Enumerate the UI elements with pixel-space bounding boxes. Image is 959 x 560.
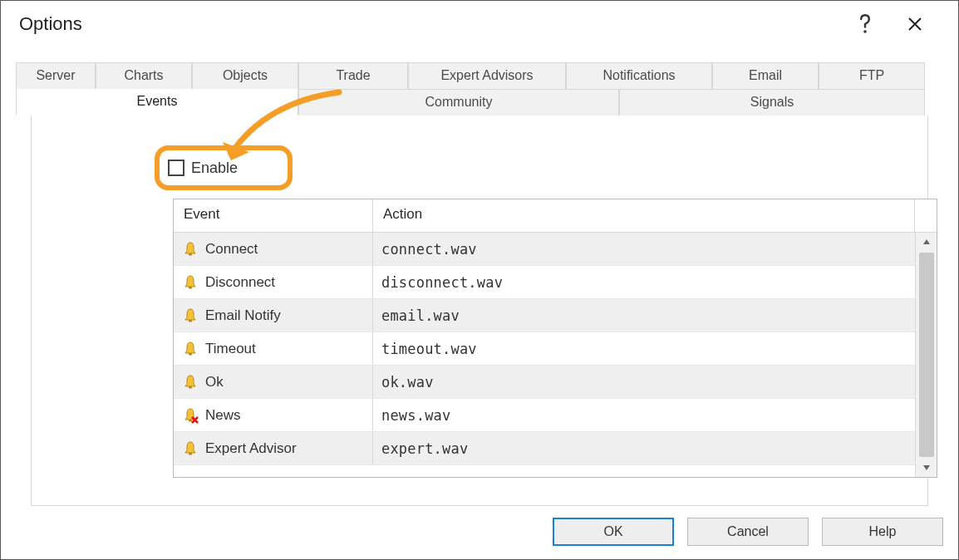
events-panel: Enable Event Action Connect <box>31 115 928 506</box>
bell-icon <box>182 307 199 324</box>
event-label: Disconnect <box>205 274 275 291</box>
svg-rect-1 <box>189 253 192 256</box>
svg-rect-3 <box>189 320 192 322</box>
bell-icon <box>182 241 199 258</box>
svg-rect-6 <box>189 420 192 422</box>
tab-signals[interactable]: Signals <box>619 89 925 115</box>
svg-point-0 <box>863 30 867 33</box>
event-label: Email Notify <box>205 307 281 324</box>
tabs-row-1: Server Charts Objects Trade Expert Advis… <box>16 62 943 89</box>
event-label: Timeout <box>205 341 256 357</box>
table-scrollbar[interactable] <box>915 233 937 477</box>
tab-ftp[interactable]: FTP <box>819 62 925 89</box>
table-row[interactable]: Ok ok.wav <box>174 366 937 399</box>
svg-rect-5 <box>189 386 192 389</box>
table-row[interactable]: Connect connect.wav <box>174 233 937 266</box>
tab-notifications[interactable]: Notifications <box>566 62 712 89</box>
help-button[interactable]: Help <box>822 518 943 546</box>
cell-event: Disconnect <box>174 266 373 298</box>
tab-email[interactable]: Email <box>712 62 819 89</box>
bell-icon <box>182 341 199 357</box>
cell-action: news.wav <box>373 399 937 431</box>
help-icon[interactable] <box>840 7 890 41</box>
bell-disabled-icon <box>182 407 199 424</box>
cell-event: Ok <box>174 366 373 398</box>
table-row[interactable]: News news.wav <box>174 399 937 432</box>
col-header-event[interactable]: Event <box>174 199 373 233</box>
tab-charts[interactable]: Charts <box>96 62 192 89</box>
cell-event: Email Notify <box>174 299 373 332</box>
tab-community[interactable]: Community <box>298 89 619 115</box>
table-row[interactable]: Email Notify email.wav <box>174 299 937 332</box>
table-body: Connect connect.wav Disconnect disconnec… <box>174 233 937 477</box>
event-label: Connect <box>205 241 258 258</box>
cell-event: News <box>174 399 373 431</box>
cell-action: expert.wav <box>373 432 937 464</box>
cell-action: email.wav <box>373 299 937 332</box>
tab-objects[interactable]: Objects <box>192 62 298 89</box>
svg-rect-2 <box>189 287 192 289</box>
cell-action: disconnect.wav <box>373 266 937 298</box>
table-row[interactable]: Timeout timeout.wav <box>174 332 937 366</box>
col-header-scroll <box>915 199 937 233</box>
event-label: Expert Advisor <box>205 440 297 457</box>
cell-action: timeout.wav <box>373 332 937 365</box>
tab-expert-advisors[interactable]: Expert Advisors <box>408 62 566 89</box>
enable-highlight: Enable <box>155 145 293 190</box>
cell-event: Timeout <box>174 332 373 365</box>
table-row[interactable]: Disconnect disconnect.wav <box>174 266 937 299</box>
tab-trade[interactable]: Trade <box>298 62 408 89</box>
cell-event: Expert Advisor <box>174 432 373 464</box>
table-row[interactable]: Expert Advisor expert.wav <box>174 432 937 465</box>
table-header-row: Event Action <box>174 199 937 233</box>
cell-action: ok.wav <box>373 366 937 398</box>
scroll-up-icon[interactable] <box>916 233 937 251</box>
cell-action: connect.wav <box>373 233 937 265</box>
enable-label: Enable <box>191 160 238 177</box>
window-title: Options <box>19 13 82 35</box>
cell-event: Connect <box>174 233 373 265</box>
svg-rect-4 <box>189 353 192 356</box>
dialog-button-bar: OK Cancel Help <box>553 518 943 546</box>
tabs-row-2: Events Community Signals <box>16 89 943 115</box>
options-window: Options Server Charts Objects Trade Expe… <box>0 0 959 560</box>
tabs-area: Server Charts Objects Trade Expert Advis… <box>16 62 943 506</box>
scroll-thumb[interactable] <box>919 253 934 457</box>
cancel-button[interactable]: Cancel <box>687 518 809 546</box>
scroll-down-icon[interactable] <box>916 459 937 477</box>
bell-icon <box>182 274 199 291</box>
close-icon[interactable] <box>890 7 940 41</box>
event-label: News <box>205 407 241 424</box>
event-label: Ok <box>205 374 224 391</box>
svg-rect-7 <box>189 453 192 455</box>
titlebar: Options <box>1 1 958 47</box>
bell-icon <box>182 374 199 391</box>
ok-button[interactable]: OK <box>553 518 674 546</box>
tab-server[interactable]: Server <box>16 62 96 89</box>
bell-icon <box>182 440 199 457</box>
tab-events[interactable]: Events <box>16 89 298 115</box>
col-header-action[interactable]: Action <box>373 199 915 233</box>
enable-checkbox[interactable] <box>168 160 184 176</box>
events-table: Event Action Connect connect.wav <box>173 199 937 478</box>
